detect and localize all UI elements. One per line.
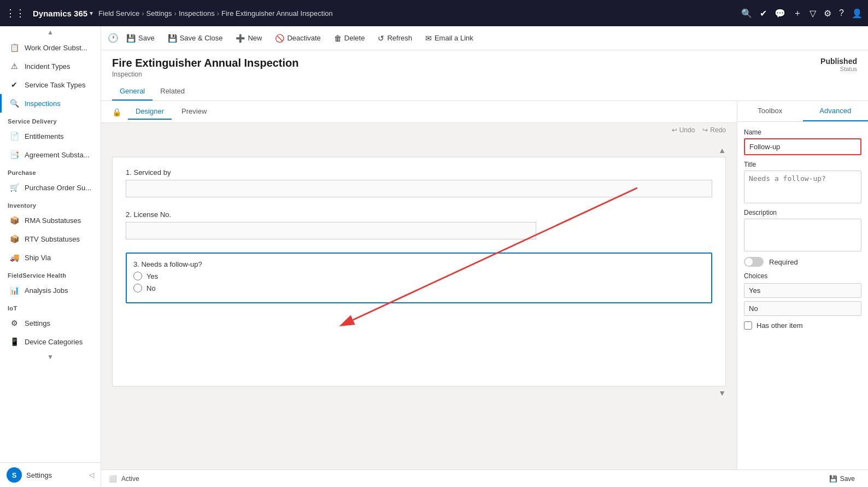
sidebar-item-inspections[interactable]: 🔍 Inspections	[0, 94, 101, 113]
sidebar-item-incident-types[interactable]: ⚠ Incident Types	[0, 57, 101, 75]
user-icon[interactable]: 👤	[852, 8, 863, 19]
title-input[interactable]	[744, 171, 861, 203]
filter-icon[interactable]: ▽	[810, 8, 816, 19]
sidebar-user-section[interactable]: S Settings ◁	[0, 462, 101, 487]
avatar: S	[7, 467, 22, 483]
settings-icon[interactable]: ⚙	[824, 8, 831, 19]
iot-settings-icon: ⚙	[9, 319, 19, 327]
save-close-button[interactable]: 💾 Save & Close	[162, 31, 228, 45]
has-other-label: Has other item	[756, 321, 803, 330]
inspections-icon: 🔍	[9, 99, 19, 108]
question-1-input[interactable]	[126, 180, 712, 197]
new-record-icon[interactable]: ＋	[793, 8, 802, 19]
radio-option-yes[interactable]: Yes	[133, 272, 705, 280]
sidebar-item-device-categories[interactable]: 📱 Device Categories	[0, 332, 101, 351]
redo-icon: ↪	[702, 126, 708, 134]
search-icon[interactable]: 🔍	[741, 8, 752, 19]
form-question-2[interactable]: 2. License No.	[126, 210, 712, 239]
status-bar: ⬜ Active 💾 Save	[101, 470, 868, 487]
sidebar-scroll-down[interactable]: ▼	[0, 351, 101, 363]
description-field-group: Description	[744, 209, 861, 251]
has-other-checkbox[interactable]	[744, 321, 752, 330]
new-button[interactable]: ➕ New	[230, 31, 267, 45]
status-save-button[interactable]: 💾 Save	[824, 472, 860, 485]
name-label: Name	[744, 128, 861, 136]
status-label: Status	[820, 66, 857, 72]
required-label: Required	[769, 258, 798, 266]
sidebar-item-agreement-substa[interactable]: 📑 Agreement Substa...	[0, 145, 101, 164]
sidebar-item-service-task-types[interactable]: ✔ Service Task Types	[0, 75, 101, 94]
history-icon[interactable]: 🕐	[108, 33, 119, 43]
radio-option-no[interactable]: No	[133, 284, 705, 292]
breadcrumb-settings[interactable]: Settings	[146, 9, 172, 17]
entitlements-icon: 📄	[9, 132, 19, 140]
sub-tabs-row: 🔒 Designer Preview	[101, 101, 737, 123]
sidebar-item-analysis-jobs[interactable]: 📊 Analysis Jobs	[0, 281, 101, 300]
sidebar-item-ship-via[interactable]: 🚚 Ship Via	[0, 248, 101, 267]
title-label: Title	[744, 161, 861, 168]
status-icon: ⬜	[109, 475, 117, 483]
status-value: Published	[820, 57, 857, 66]
help-icon[interactable]: ?	[839, 8, 844, 18]
delete-button[interactable]: 🗑 Delete	[329, 31, 371, 45]
designer-area: 🔒 Designer Preview ↩ Undo ↪ Redo	[101, 101, 868, 470]
undo-button[interactable]: ↩ Undo	[672, 126, 695, 134]
question-2-input[interactable]	[126, 222, 536, 239]
question-2-label: 2. License No.	[126, 210, 712, 219]
canvas-scroll-up-icon[interactable]: ▲	[718, 146, 726, 155]
refresh-button[interactable]: ↺ Refresh	[372, 31, 418, 45]
form-question-3[interactable]: 3. Needs a follow-up? Yes No	[126, 253, 712, 303]
choice-no[interactable]: No	[744, 301, 861, 316]
email-link-button[interactable]: ✉ Email a Link	[420, 31, 479, 45]
analysis-icon: 📊	[9, 286, 19, 295]
radio-yes-input[interactable]	[133, 272, 142, 280]
tab-related[interactable]: Related	[153, 83, 192, 101]
sidebar-item-rma[interactable]: 📦 RMA Substatuses	[0, 211, 101, 230]
canvas-scroll-down-icon[interactable]: ▼	[718, 389, 726, 397]
required-toggle-row: Required	[744, 257, 861, 267]
form-question-1[interactable]: 1. Serviced by	[126, 168, 712, 197]
breadcrumb-module[interactable]: Field Service	[98, 9, 139, 17]
right-panel-tabs: Toolbox Advanced	[737, 101, 868, 122]
agreement-icon: 📑	[9, 150, 19, 159]
name-input[interactable]	[744, 138, 861, 155]
radio-no-input[interactable]	[133, 284, 142, 292]
status-text: Active	[121, 475, 139, 483]
description-input[interactable]	[744, 219, 861, 251]
choices-label: Choices	[744, 272, 861, 280]
work-order-icon: 📋	[9, 43, 19, 52]
app-name[interactable]: Dynamics 365 ▾	[33, 9, 93, 18]
redo-button[interactable]: ↪ Redo	[702, 126, 726, 134]
title-field-group: Title	[744, 161, 861, 203]
email-icon: ✉	[425, 34, 432, 43]
tab-general[interactable]: General	[112, 83, 153, 101]
waffle-icon[interactable]: ⋮⋮	[5, 7, 25, 19]
deactivate-button[interactable]: 🚫 Deactivate	[269, 31, 326, 45]
undo-icon: ↩	[672, 126, 677, 134]
chat-icon[interactable]: 💬	[775, 8, 785, 19]
nav-icons: 🔍 ✔ 💬 ＋ ▽ ⚙ ? 👤	[741, 8, 863, 19]
sidebar-item-iot-settings[interactable]: ⚙ Settings	[0, 314, 101, 332]
sidebar-item-entitlements[interactable]: 📄 Entitlements	[0, 127, 101, 145]
tab-toolbox[interactable]: Toolbox	[737, 101, 803, 121]
question-3-label: 3. Needs a follow-up?	[133, 260, 705, 268]
sidebar-collapse-icon[interactable]: ◁	[89, 471, 94, 479]
choice-yes[interactable]: Yes	[744, 283, 861, 298]
status-bar-right: 💾 Save	[824, 472, 860, 485]
save-button[interactable]: 💾 Save	[121, 31, 160, 45]
tab-advanced[interactable]: Advanced	[803, 101, 869, 121]
tasks-icon[interactable]: ✔	[760, 8, 767, 19]
sidebar-item-work-order-subst[interactable]: 📋 Work Order Subst...	[0, 38, 101, 57]
right-panel: Toolbox Advanced Name Title	[737, 101, 868, 470]
sidebar-item-purchase-order[interactable]: 🛒 Purchase Order Su...	[0, 178, 101, 197]
sub-tab-preview[interactable]: Preview	[174, 104, 214, 120]
sub-tab-designer[interactable]: Designer	[128, 104, 172, 120]
record-header: Fire Extinguisher Annual Inspection Insp…	[101, 50, 868, 101]
command-bar: 🕐 💾 Save 💾 Save & Close ➕ New 🚫 Deactiva…	[101, 26, 868, 50]
sidebar-item-rtv[interactable]: 📦 RTV Substatuses	[0, 230, 101, 248]
required-toggle[interactable]	[744, 257, 764, 267]
breadcrumb-inspections[interactable]: Inspections	[179, 9, 215, 17]
incident-icon: ⚠	[9, 62, 19, 71]
rtv-icon: 📦	[9, 234, 19, 243]
sidebar-scroll-up[interactable]: ▲	[0, 26, 101, 38]
